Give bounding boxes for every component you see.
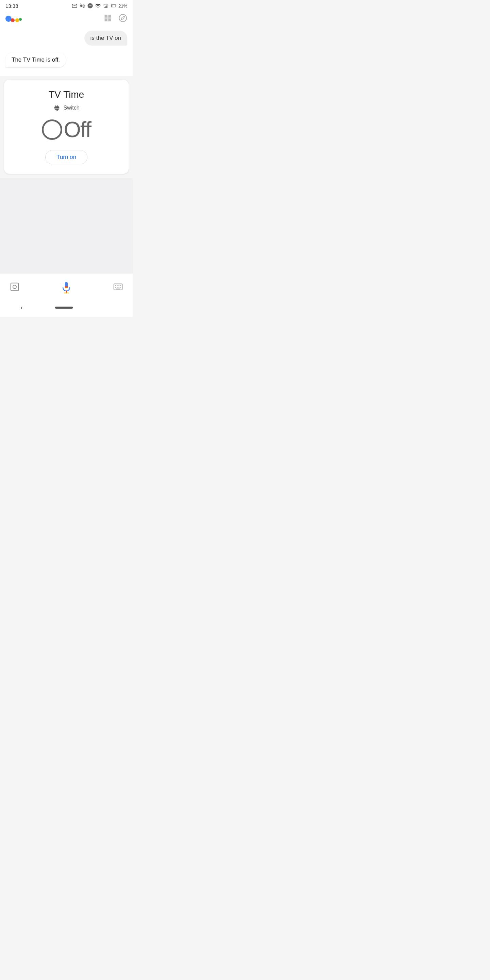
home-indicator[interactable] bbox=[55, 307, 73, 309]
microphone-button[interactable] bbox=[57, 278, 76, 297]
device-status: Off bbox=[10, 118, 123, 140]
device-type-label: Switch bbox=[63, 105, 79, 111]
device-card: TV Time Switch Off Turn on bbox=[4, 80, 129, 174]
logo-dot-green bbox=[19, 18, 22, 21]
status-circle-icon bbox=[42, 119, 62, 140]
back-button[interactable]: ‹ bbox=[21, 304, 23, 311]
mute-icon bbox=[79, 3, 86, 9]
device-name: TV Time bbox=[10, 89, 123, 100]
logo-dot-yellow bbox=[15, 18, 19, 22]
svg-point-8 bbox=[13, 285, 16, 288]
logo-dot-red bbox=[11, 18, 14, 22]
svg-rect-4 bbox=[116, 5, 116, 6]
svg-rect-5 bbox=[111, 5, 112, 7]
svg-rect-2 bbox=[105, 7, 105, 8]
chat-area: is the TV on The TV Time is off. bbox=[0, 27, 133, 76]
status-time: 13:38 bbox=[5, 3, 18, 9]
dnd-icon bbox=[87, 3, 93, 9]
screen-capture-icon[interactable] bbox=[10, 282, 20, 293]
header-actions bbox=[103, 14, 127, 24]
svg-point-6 bbox=[119, 14, 127, 22]
gmail-icon bbox=[72, 3, 78, 9]
battery-percent: 21% bbox=[118, 3, 127, 8]
status-text: Off bbox=[64, 118, 91, 140]
gray-area bbox=[0, 178, 133, 273]
keyboard-icon[interactable] bbox=[113, 282, 123, 293]
signal-icon bbox=[103, 3, 109, 9]
turn-on-button[interactable]: Turn on bbox=[45, 150, 88, 164]
svg-rect-1 bbox=[105, 6, 106, 8]
user-bubble: is the TV on bbox=[84, 30, 127, 46]
assistant-bubble: The TV Time is off. bbox=[5, 52, 66, 67]
logo-dot-blue bbox=[5, 16, 11, 22]
compass-icon[interactable] bbox=[118, 14, 127, 24]
bottom-bar bbox=[0, 273, 133, 300]
header bbox=[0, 10, 133, 27]
status-bar: 13:38 21% bbox=[0, 0, 133, 10]
feed-icon[interactable] bbox=[103, 14, 112, 24]
nav-bar: ‹ bbox=[0, 300, 133, 317]
wifi-icon bbox=[95, 3, 101, 9]
google-logo bbox=[5, 16, 22, 22]
status-icons: 21% bbox=[72, 3, 127, 9]
plug-icon bbox=[53, 104, 60, 111]
svg-rect-0 bbox=[107, 5, 107, 8]
device-type: Switch bbox=[10, 104, 123, 111]
svg-rect-13 bbox=[65, 288, 68, 288]
battery-icon bbox=[111, 3, 117, 9]
svg-rect-7 bbox=[11, 283, 19, 291]
